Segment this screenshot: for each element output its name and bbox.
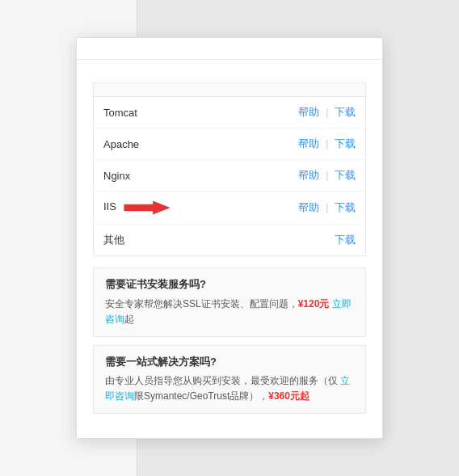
server-type-label: Apache	[103, 138, 139, 150]
help-link[interactable]: 帮助	[298, 201, 319, 213]
modal: Tomcat帮助 | 下载Apache帮助 | 下载Nginx帮助 | 下载II…	[76, 37, 383, 438]
iis-arrow-icon	[123, 200, 171, 216]
download-link[interactable]: 下载	[335, 201, 356, 213]
info-box-install: 需要证书安装服务吗? 安全专家帮您解决SSL证书安装、配置问题，¥120元 立即…	[93, 267, 366, 336]
col-action	[238, 83, 366, 97]
info-box-solution-text2: 限Symantec/GeoTrust品牌），	[134, 390, 268, 402]
server-type-cell: Nginx	[94, 160, 239, 192]
info-section: 需要证书安装服务吗? 安全专家帮您解决SSL证书安装、配置问题，¥120元 立即…	[93, 267, 366, 413]
table-row: 其他下载	[94, 225, 366, 256]
download-link[interactable]: 下载	[335, 169, 356, 181]
table-row: Tomcat帮助 | 下载	[94, 97, 366, 128]
info-box-solution-price: ¥360元起	[268, 390, 310, 402]
modal-overlay: Tomcat帮助 | 下载Apache帮助 | 下载Nginx帮助 | 下载II…	[76, 37, 383, 438]
action-cell: 下载	[238, 225, 366, 256]
modal-body: Tomcat帮助 | 下载Apache帮助 | 下载Nginx帮助 | 下载II…	[77, 60, 382, 437]
info-box-install-title: 需要证书安装服务吗?	[105, 276, 354, 293]
separator: |	[322, 106, 331, 118]
action-cell: 帮助 | 下载	[238, 192, 366, 225]
separator: |	[322, 169, 331, 181]
action-cell: 帮助 | 下载	[238, 97, 366, 128]
action-cell: 帮助 | 下载	[238, 160, 366, 192]
table-row: Apache帮助 | 下载	[94, 128, 366, 160]
server-type-cell: Tomcat	[94, 97, 239, 128]
action-cell: 帮助 | 下载	[238, 128, 366, 160]
col-server-type	[94, 83, 239, 97]
table-row: Nginx帮助 | 下载	[94, 160, 366, 192]
separator: |	[322, 137, 331, 150]
download-link[interactable]: 下载	[335, 234, 356, 246]
help-link[interactable]: 帮助	[298, 137, 319, 150]
help-link[interactable]: 帮助	[298, 169, 319, 181]
info-box-install-text2: 起	[124, 314, 134, 325]
info-box-solution: 需要一站式解决方案吗? 由专业人员指导您从购买到安装，最受欢迎的服务（仅 立即咨…	[93, 345, 366, 414]
info-box-solution-text1: 由专业人员指导您从购买到安装，最受欢迎的服务（仅	[105, 375, 340, 386]
table-header-row	[94, 83, 366, 97]
server-type-cell: IIS	[94, 192, 239, 225]
help-link[interactable]: 帮助	[298, 106, 319, 118]
info-box-solution-title: 需要一站式解决方案吗?	[105, 354, 354, 371]
svg-marker-0	[124, 201, 170, 215]
cert-table: Tomcat帮助 | 下载Apache帮助 | 下载Nginx帮助 | 下载II…	[93, 82, 366, 256]
download-link[interactable]: 下载	[335, 137, 356, 150]
server-type-label: Nginx	[103, 170, 130, 182]
modal-header	[77, 38, 382, 60]
server-type-cell: Apache	[94, 128, 239, 160]
server-type-label: IIS	[103, 201, 116, 213]
download-link[interactable]: 下载	[335, 106, 356, 118]
info-box-install-price: ¥120元	[298, 298, 330, 310]
table-row: IIS帮助 | 下载	[94, 192, 366, 225]
server-type-label: 其他	[103, 234, 124, 246]
separator: |	[322, 201, 331, 213]
info-box-install-text1: 安全专家帮您解决SSL证书安装、配置问题，	[105, 298, 298, 310]
server-type-cell: 其他	[94, 225, 239, 256]
server-type-label: Tomcat	[103, 107, 137, 119]
